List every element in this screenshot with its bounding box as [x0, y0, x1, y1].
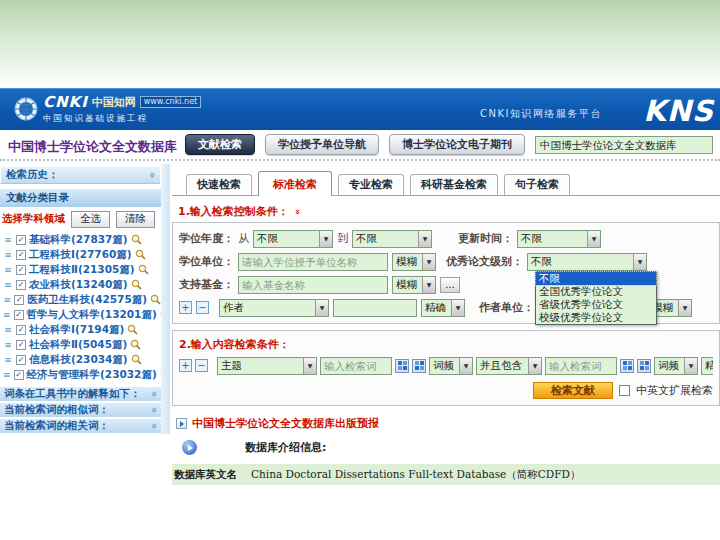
- publish-forecast-link[interactable]: 中国博士学位论文全文数据库出版预报: [192, 416, 379, 431]
- category-link[interactable]: 医药卫生科技(42575篇): [27, 293, 147, 307]
- search-term-input-1[interactable]: [320, 357, 392, 375]
- category-link[interactable]: 信息科技(23034篇): [29, 353, 128, 367]
- cnki-logo[interactable]: CNKI 中国知网 www.cnki.net 中国知识基础设施工程: [14, 93, 201, 125]
- dropdown-option-provincial[interactable]: 省级优秀学位论文: [536, 298, 656, 311]
- degree-year-to-select[interactable]: 不限 ▼: [352, 230, 432, 248]
- database-select[interactable]: 中国博士学位论文全文数据库: [535, 136, 713, 154]
- category-link[interactable]: 社会科学Ⅰ(7194篇): [29, 323, 124, 337]
- magnifier-icon[interactable]: [131, 279, 142, 290]
- tree-expand-icon[interactable]: ≡: [3, 250, 13, 260]
- category-name: 基础科学: [29, 233, 71, 245]
- word-expand-icon[interactable]: [620, 359, 634, 373]
- search-term-input-2[interactable]: [545, 357, 617, 375]
- tree-expand-icon[interactable]: ≡: [3, 235, 13, 245]
- fund-match-select[interactable]: 模糊 ▼: [392, 276, 436, 294]
- magnifier-icon[interactable]: [150, 294, 161, 305]
- category-name: 信息科技: [29, 353, 71, 365]
- category-checkbox[interactable]: ✓: [16, 250, 26, 260]
- tab-sentence-search[interactable]: 句子检索: [504, 174, 570, 195]
- category-count: (27837篇): [71, 233, 128, 245]
- magnifier-icon[interactable]: [160, 369, 161, 380]
- fund-input[interactable]: [238, 276, 388, 294]
- nav-literature-search-button[interactable]: 文献检索: [185, 134, 255, 155]
- operator-select[interactable]: 并且包含 ▼: [476, 357, 542, 375]
- tree-expand-icon[interactable]: ≡: [3, 370, 11, 380]
- add-row-button[interactable]: +: [179, 359, 192, 372]
- category-checkbox[interactable]: ✓: [14, 295, 24, 305]
- degree-unit-match-select[interactable]: 模糊 ▼: [392, 253, 436, 271]
- search-documents-button[interactable]: 检索文献: [533, 382, 613, 399]
- category-checkbox[interactable]: ✓: [16, 355, 26, 365]
- magnifier-icon[interactable]: [160, 309, 161, 320]
- magnifier-icon[interactable]: [131, 354, 142, 365]
- category-checkbox[interactable]: ✓: [16, 265, 26, 275]
- add-row-button[interactable]: +: [179, 301, 192, 314]
- degree-year-from-select[interactable]: 不限 ▼: [253, 230, 333, 248]
- author-field-select[interactable]: 作者 ▼: [219, 299, 329, 317]
- content-match-select[interactable]: 精确 ▼: [701, 357, 713, 375]
- dictionary-lookup-icon[interactable]: [412, 359, 426, 373]
- tab-fund-search[interactable]: 科研基金检索: [410, 174, 498, 195]
- content-field-select[interactable]: 主题 ▼: [217, 357, 317, 375]
- clear-button[interactable]: 清除: [116, 211, 155, 228]
- category-checkbox[interactable]: ✓: [14, 370, 24, 380]
- nav-degree-unit-navigation-button[interactable]: 学位授予单位导航: [265, 134, 379, 155]
- tab-standard-search[interactable]: 标准检索: [258, 171, 332, 196]
- fund-more-button[interactable]: …: [440, 277, 460, 293]
- dropdown-option-unlimited[interactable]: 不限: [536, 272, 656, 285]
- dropdown-option-national[interactable]: 全国优秀学位论文: [536, 285, 656, 298]
- category-checkbox[interactable]: ✓: [14, 310, 24, 320]
- frequency-select-1[interactable]: 词频 ▼: [429, 357, 473, 375]
- panel-term-explanation[interactable]: 词条在工具书中的解释如下： »: [0, 386, 161, 401]
- panel-related-words[interactable]: 当前检索词的相关词： »: [0, 418, 161, 433]
- tree-expand-icon[interactable]: ≡: [3, 280, 13, 290]
- frequency-select-2[interactable]: 词频 ▼: [654, 357, 698, 375]
- nav-doctoral-ejournal-button[interactable]: 博士学位论文电子期刊: [389, 134, 525, 155]
- category-checkbox[interactable]: ✓: [16, 340, 26, 350]
- excellent-level-select[interactable]: 不限 ▼: [527, 253, 647, 271]
- select-all-button[interactable]: 全选: [71, 211, 110, 228]
- brand-url[interactable]: www.cnki.net: [140, 96, 201, 108]
- category-link[interactable]: 工程科技Ⅰ(27760篇): [29, 248, 132, 262]
- category-link[interactable]: 农业科技(13240篇): [29, 278, 128, 292]
- select-value: 不限: [254, 232, 319, 246]
- category-link[interactable]: 经济与管理科学(23032篇): [27, 368, 157, 382]
- category-checkbox[interactable]: ✓: [16, 325, 26, 335]
- category-checkbox[interactable]: ✓: [16, 235, 26, 245]
- category-link[interactable]: 工程科技Ⅱ(21305篇): [29, 263, 135, 277]
- category-link[interactable]: 哲学与人文科学(13201篇): [27, 308, 157, 322]
- magnifier-icon[interactable]: [131, 234, 142, 245]
- category-item: ≡ ✓ 工程科技Ⅰ(27760篇): [3, 247, 161, 262]
- category-checkbox[interactable]: ✓: [16, 280, 26, 290]
- remove-row-button[interactable]: −: [195, 359, 208, 372]
- magnifier-icon[interactable]: [127, 324, 138, 335]
- search-history-bar[interactable]: 检索历史： »: [0, 166, 161, 184]
- degree-unit-input[interactable]: [238, 253, 388, 271]
- tree-expand-icon[interactable]: ≡: [3, 340, 13, 350]
- catalog-title-bar: 文献分类目录: [0, 188, 161, 207]
- dropdown-option-school[interactable]: 校级优秀学位论文: [536, 311, 656, 324]
- update-time-select[interactable]: 不限 ▼: [517, 230, 601, 248]
- category-link[interactable]: 社会科学Ⅱ(5045篇): [29, 338, 127, 352]
- chevron-double-icon: »: [149, 391, 159, 397]
- panel-similar-words[interactable]: 当前检索词的相似词： »: [0, 402, 161, 417]
- brand-chinese: 中国知网: [92, 95, 136, 110]
- category-link[interactable]: 基础科学(27837篇): [29, 233, 128, 247]
- magnifier-icon[interactable]: [130, 339, 141, 350]
- remove-row-button[interactable]: −: [196, 301, 209, 314]
- dictionary-lookup-icon[interactable]: [637, 359, 651, 373]
- tree-expand-icon[interactable]: ≡: [3, 265, 13, 275]
- tree-expand-icon[interactable]: ≡: [3, 355, 13, 365]
- tab-professional-search[interactable]: 专业检索: [338, 174, 404, 195]
- tab-quick-search[interactable]: 快速检索: [186, 174, 252, 195]
- author-match-select[interactable]: 精确 ▼: [421, 299, 465, 317]
- tree-expand-icon[interactable]: ≡: [3, 295, 11, 305]
- collapse-chevron-icon[interactable]: »: [293, 209, 303, 215]
- tree-expand-icon[interactable]: ≡: [3, 325, 13, 335]
- author-input[interactable]: [333, 299, 417, 317]
- extend-search-checkbox[interactable]: [619, 385, 630, 396]
- magnifier-icon[interactable]: [135, 249, 146, 260]
- tree-expand-icon[interactable]: ≡: [3, 310, 11, 320]
- magnifier-icon[interactable]: [138, 264, 149, 275]
- word-expand-icon[interactable]: [395, 359, 409, 373]
